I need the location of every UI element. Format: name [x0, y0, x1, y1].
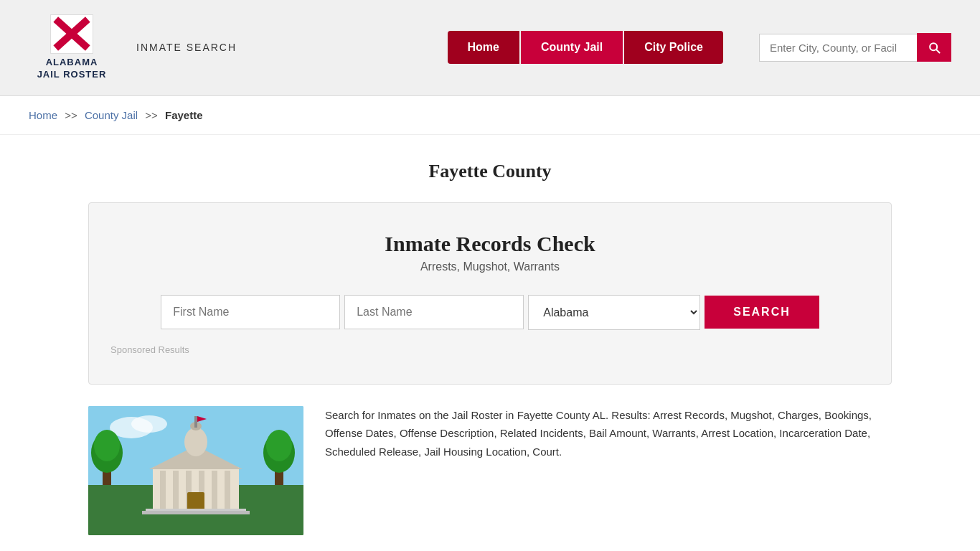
search-icon — [927, 40, 941, 55]
svg-point-9 — [266, 430, 292, 461]
inmate-search-button[interactable]: SEARCH — [705, 296, 819, 329]
svg-rect-23 — [187, 492, 204, 510]
sponsored-results-label: Sponsored Results — [110, 344, 870, 355]
svg-rect-11 — [160, 471, 166, 510]
records-check-box: Inmate Records Check Arrests, Mugshot, W… — [88, 202, 892, 385]
svg-rect-15 — [212, 471, 217, 510]
header-search-bar — [759, 33, 951, 62]
breadcrumb-sep1: >> — [65, 109, 77, 121]
svg-rect-21 — [194, 416, 197, 428]
first-name-input[interactable] — [161, 295, 340, 329]
bottom-section: Search for Inmates on the Jail Roster in… — [88, 406, 892, 535]
nav-county-jail-button[interactable]: County Jail — [521, 31, 623, 64]
site-logo-text: ALABAMAJAIL ROSTER — [37, 57, 107, 81]
alabama-flag-icon — [50, 14, 93, 54]
inmate-search-label: INMATE SEARCH — [136, 42, 237, 53]
county-description: Search for Inmates on the Jail Roster in… — [325, 406, 892, 461]
breadcrumb-home-link[interactable]: Home — [29, 109, 57, 121]
breadcrumb: Home >> County Jail >> Fayette — [0, 96, 980, 135]
main-nav: Home County Jail City Police — [448, 31, 724, 64]
nav-city-police-button[interactable]: City Police — [624, 31, 723, 64]
inmate-search-form: Alabama Alaska Arizona Arkansas Californ… — [110, 295, 870, 330]
county-image — [88, 406, 303, 535]
svg-rect-16 — [225, 471, 230, 510]
site-header: ALABAMAJAIL ROSTER INMATE SEARCH Home Co… — [0, 0, 980, 96]
state-select[interactable]: Alabama Alaska Arizona Arkansas Californ… — [528, 295, 700, 330]
breadcrumb-current: Fayette — [165, 109, 203, 121]
main-content: Fayette County Inmate Records Check Arre… — [60, 135, 920, 550]
svg-point-2 — [131, 415, 167, 433]
county-courthouse-illustration — [88, 406, 303, 535]
svg-rect-25 — [142, 511, 250, 514]
nav-home-button[interactable]: Home — [448, 31, 519, 64]
logo-area: ALABAMAJAIL ROSTER — [29, 14, 115, 81]
breadcrumb-sep2: >> — [145, 109, 158, 121]
records-check-subtitle: Arrests, Mugshot, Warrants — [110, 260, 870, 273]
svg-rect-12 — [173, 471, 179, 510]
header-search-input[interactable] — [759, 34, 917, 62]
records-check-title: Inmate Records Check — [110, 232, 870, 256]
breadcrumb-county-jail-link[interactable]: County Jail — [85, 109, 138, 121]
last-name-input[interactable] — [344, 295, 524, 329]
header-search-button[interactable] — [917, 33, 951, 62]
page-title: Fayette County — [88, 161, 892, 182]
svg-point-6 — [94, 430, 120, 461]
